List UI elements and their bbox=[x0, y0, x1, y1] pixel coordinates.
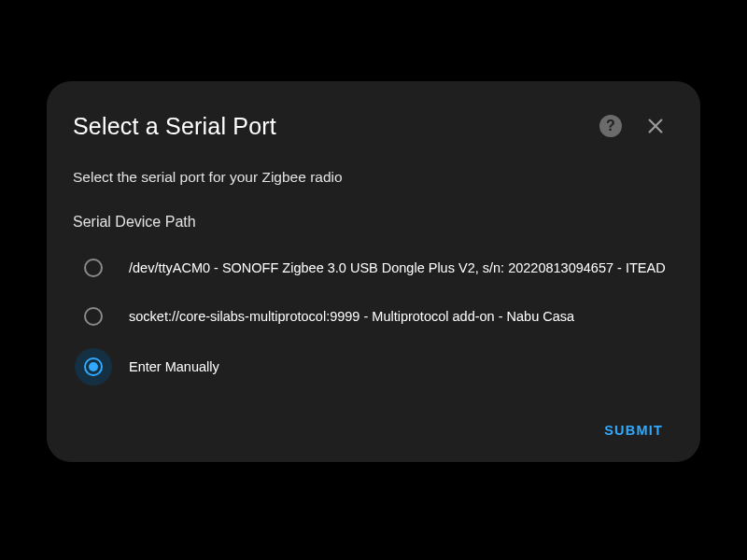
dialog-title: Select a Serial Port bbox=[73, 113, 592, 140]
option-label: socket://core-silabs-multiprotocol:9999 … bbox=[129, 308, 574, 326]
close-icon bbox=[645, 116, 666, 136]
help-icon: ? bbox=[599, 115, 622, 137]
option-label: /dev/ttyACM0 - SONOFF Zigbee 3.0 USB Don… bbox=[129, 259, 666, 277]
section-label: Serial Device Path bbox=[73, 214, 674, 231]
serial-port-option[interactable]: /dev/ttyACM0 - SONOFF Zigbee 3.0 USB Don… bbox=[73, 244, 674, 292]
dialog-header: Select a Serial Port ? bbox=[73, 107, 674, 145]
submit-button[interactable]: Submit bbox=[593, 413, 674, 447]
option-label: Enter Manually bbox=[129, 358, 219, 376]
serial-port-dialog: Select a Serial Port ? Select the serial… bbox=[47, 81, 700, 462]
dialog-footer: Submit bbox=[73, 413, 674, 447]
radio-selected-icon bbox=[75, 348, 112, 385]
help-button[interactable]: ? bbox=[592, 107, 629, 145]
close-button[interactable] bbox=[637, 107, 674, 145]
serial-port-option[interactable]: Enter Manually bbox=[73, 341, 674, 393]
serial-port-option[interactable]: socket://core-silabs-multiprotocol:9999 … bbox=[73, 292, 674, 341]
dialog-subtitle: Select the serial port for your Zigbee r… bbox=[73, 169, 674, 186]
radio-icon bbox=[84, 307, 103, 326]
radio-group: /dev/ttyACM0 - SONOFF Zigbee 3.0 USB Don… bbox=[73, 244, 674, 393]
radio-icon bbox=[84, 259, 103, 277]
